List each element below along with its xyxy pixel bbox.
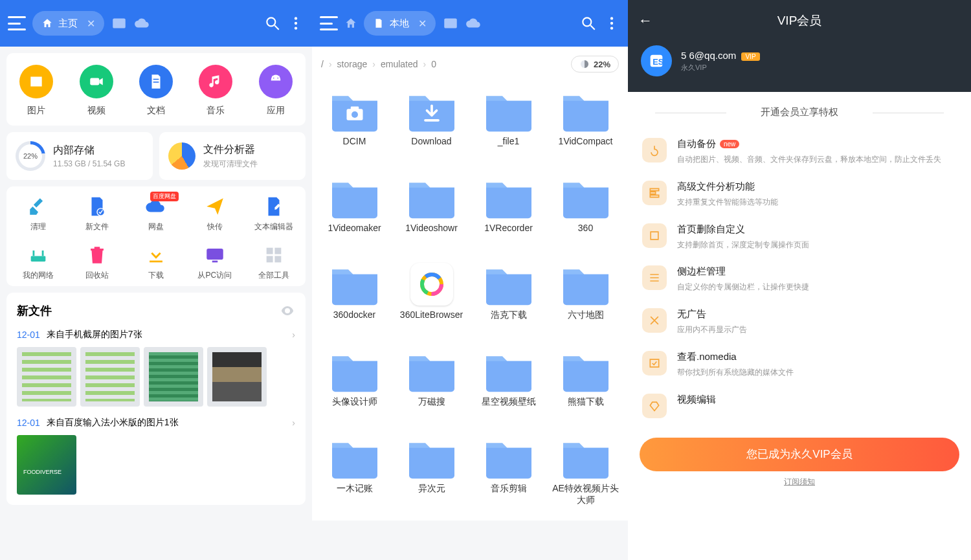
new-badge: new [720,140,739,148]
priv-icon [642,394,667,418]
tool-send[interactable]: 快传 [185,196,244,232]
folder-item[interactable]: 360 [547,172,624,256]
cat-images[interactable]: 图片 [19,65,53,117]
priv-item[interactable]: 侧边栏管理自定义你的专属侧边栏，让操作更快捷 [642,258,957,300]
thumb[interactable] [17,435,76,495]
folder-item[interactable]: 头像设计师 [316,346,393,430]
priv-item[interactable]: 查看.nomedia帮你找到所有系统隐藏的媒体文件 [642,343,957,386]
newfiles-row[interactable]: 12-01来自手机截屏的图片7张› [17,319,295,347]
breadcrumb: /› storage› emulated› 0 22% [312,47,628,82]
thumb[interactable] [17,347,76,407]
folder-label: 浩克下载 [491,309,527,321]
folder-item[interactable]: 万磁搜 [393,346,470,430]
cat-docs[interactable]: 文档 [139,65,173,117]
cloud-icon[interactable] [134,15,151,32]
search-icon[interactable] [264,15,281,32]
svg-point-9 [273,78,274,79]
folder-item[interactable]: 1VRecorder [470,172,547,256]
search-icon[interactable] [580,15,597,32]
baidu-badge: 百度网盘 [150,192,179,201]
priv-item[interactable]: 高级文件分析功能支持重复文件智能筛选等功能 [642,173,957,216]
priv-sub: 自定义你的专属侧边栏，让操作更快捷 [677,282,809,293]
folder-item[interactable]: AE特效视频片头大师 [547,432,624,517]
cat-music[interactable]: 音乐 [199,65,232,117]
priv-item[interactable]: 自动备份new自动把图片、视频、音频、文件夹保存到云盘，释放本地空间，防止文件丢… [642,130,957,173]
tool-cloud[interactable]: 百度网盘网盘 [127,196,186,232]
folder-item[interactable]: 六寸地图 [547,259,624,343]
tool-editor[interactable]: 文本编辑器 [244,196,303,232]
folder-label: 一木记账 [337,483,373,495]
pie-icon [579,59,590,69]
path-seg[interactable]: storage [337,59,368,69]
folder-item[interactable]: _file1 [470,85,547,170]
folder-item[interactable]: 1Videomaker [316,172,393,256]
svg-rect-12 [31,256,46,262]
usage-badge[interactable]: 22% [571,56,619,73]
thumb[interactable] [80,347,140,407]
priv-item[interactable]: 无广告应用内不再显示广告 [642,300,957,343]
priv-item[interactable]: 首页删除自定义支持删除首页，深度定制专属操作页面 [642,216,957,258]
image-icon [28,73,45,90]
pie-icon [168,142,195,170]
cat-apps[interactable]: 应用 [259,65,293,117]
subscription-info-link[interactable]: 订阅须知 [628,476,971,487]
folder-item[interactable]: DCIM [316,85,393,170]
folder-item[interactable]: 360LiteBrowser [393,259,470,343]
path-seg[interactable]: emulated [381,59,418,69]
cloud-icon[interactable] [465,15,482,32]
window-icon[interactable] [442,15,459,32]
svg-point-26 [610,27,613,29]
analyzer-card[interactable]: 文件分析器发现可清理文件 [159,132,306,180]
folder-item[interactable]: 1Videoshowr [393,172,470,256]
tool-pc[interactable]: 从PC访问 [185,244,244,281]
folder-item[interactable]: Download [393,85,470,170]
more-icon[interactable] [287,15,304,32]
editor-icon [263,196,285,218]
chevron-right-icon: › [292,330,295,340]
tool-clean[interactable]: 清理 [9,196,68,232]
tool-network[interactable]: 我的网络 [9,244,68,281]
cat-video[interactable]: 视频 [80,65,113,117]
svg-rect-17 [266,248,273,254]
folder-item[interactable]: 1VidCompact [547,85,624,170]
svg-line-23 [590,25,595,30]
tool-trash[interactable]: 回收站 [68,244,127,281]
storage-card[interactable]: 22% 内部存储11.53 GB / 51.54 GB [6,132,153,180]
tab-close-icon[interactable]: ✕ [87,17,95,30]
path-seg[interactable]: 0 [431,59,436,69]
folder-icon [560,89,612,133]
svg-point-10 [277,78,278,79]
folder-label: AE特效视频片头大师 [550,483,621,506]
path-root[interactable]: / [321,59,324,69]
folder-item[interactable]: 360docker [316,259,393,343]
tab-close-icon[interactable]: ✕ [418,17,427,30]
svg-rect-8 [153,82,159,83]
svg-point-3 [295,17,297,19]
tool-all[interactable]: 全部工具 [244,244,303,281]
thumb[interactable] [207,347,267,407]
avatar[interactable]: ES [641,45,672,76]
folder-item[interactable]: 星空视频壁纸 [470,346,547,430]
thumb[interactable] [144,347,203,407]
folder-item[interactable]: 音乐剪辑 [470,432,547,517]
more-icon[interactable] [603,15,620,32]
window-icon[interactable] [111,15,128,32]
home-dim-icon[interactable] [344,17,357,30]
app-icon [410,263,453,306]
tab-local[interactable]: 本地 ✕ [364,11,436,36]
menu-button[interactable] [8,16,26,30]
back-button[interactable]: ← [638,12,653,29]
priv-item[interactable]: 视频编辑 [642,386,957,426]
cta-button[interactable]: 您已成为永久VIP会员 [640,438,959,471]
folder-label: 音乐剪辑 [491,483,527,495]
tool-newfile[interactable]: 新文件 [68,196,127,232]
folder-item[interactable]: 浩克下载 [470,259,547,343]
folder-item[interactable]: 异次元 [393,432,470,517]
eye-icon[interactable] [280,303,295,319]
newfiles-row[interactable]: 12-01来自百度输入法小米版的图片1张› [17,407,295,435]
tool-download[interactable]: 下载 [127,244,186,281]
menu-button[interactable] [320,16,338,30]
folder-item[interactable]: 熊猫下载 [547,346,624,430]
tab-home[interactable]: 主页 ✕ [32,11,104,36]
folder-item[interactable]: 一木记账 [316,432,393,517]
